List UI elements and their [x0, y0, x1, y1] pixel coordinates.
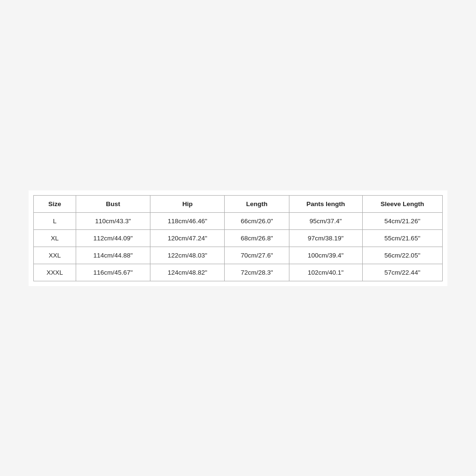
header-size: Size [34, 195, 76, 212]
cell-length: 68cm/26.8" [225, 229, 289, 247]
cell-bust: 114cm/44.88" [76, 247, 150, 264]
cell-hip: 120cm/47.24" [150, 229, 225, 247]
cell-length: 70cm/27.6" [225, 247, 289, 264]
table-row: XXXL116cm/45.67"124cm/48.82"72cm/28.3"10… [34, 264, 443, 281]
cell-sleeve_length: 55cm/21.65" [362, 229, 442, 247]
table-row: XXL114cm/44.88"122cm/48.03"70cm/27.6"100… [34, 247, 443, 264]
cell-hip: 118cm/46.46" [150, 212, 225, 229]
cell-sleeve_length: 57cm/22.44" [362, 264, 442, 281]
cell-bust: 110cm/43.3" [76, 212, 150, 229]
cell-hip: 124cm/48.82" [150, 264, 225, 281]
cell-pants_length: 102cm/40.1" [289, 264, 362, 281]
cell-size: L [34, 212, 76, 229]
header-hip: Hip [150, 195, 225, 212]
header-bust: Bust [76, 195, 150, 212]
size-chart-container: Size Bust Hip Length Pants length Sleeve… [29, 190, 447, 286]
cell-length: 72cm/28.3" [225, 264, 289, 281]
table-row: L110cm/43.3"118cm/46.46"66cm/26.0"95cm/3… [34, 212, 443, 229]
header-pants-length: Pants length [289, 195, 362, 212]
cell-length: 66cm/26.0" [225, 212, 289, 229]
cell-size: XL [34, 229, 76, 247]
cell-size: XXXL [34, 264, 76, 281]
table-row: XL112cm/44.09"120cm/47.24"68cm/26.8"97cm… [34, 229, 443, 247]
table-header-row: Size Bust Hip Length Pants length Sleeve… [34, 195, 443, 212]
cell-bust: 112cm/44.09" [76, 229, 150, 247]
cell-hip: 122cm/48.03" [150, 247, 225, 264]
cell-pants_length: 95cm/37.4" [289, 212, 362, 229]
cell-pants_length: 100cm/39.4" [289, 247, 362, 264]
header-length: Length [225, 195, 289, 212]
cell-size: XXL [34, 247, 76, 264]
header-sleeve-length: Sleeve Length [362, 195, 442, 212]
size-chart-table: Size Bust Hip Length Pants length Sleeve… [33, 195, 443, 281]
cell-pants_length: 97cm/38.19" [289, 229, 362, 247]
cell-sleeve_length: 56cm/22.05" [362, 247, 442, 264]
cell-bust: 116cm/45.67" [76, 264, 150, 281]
cell-sleeve_length: 54cm/21.26" [362, 212, 442, 229]
